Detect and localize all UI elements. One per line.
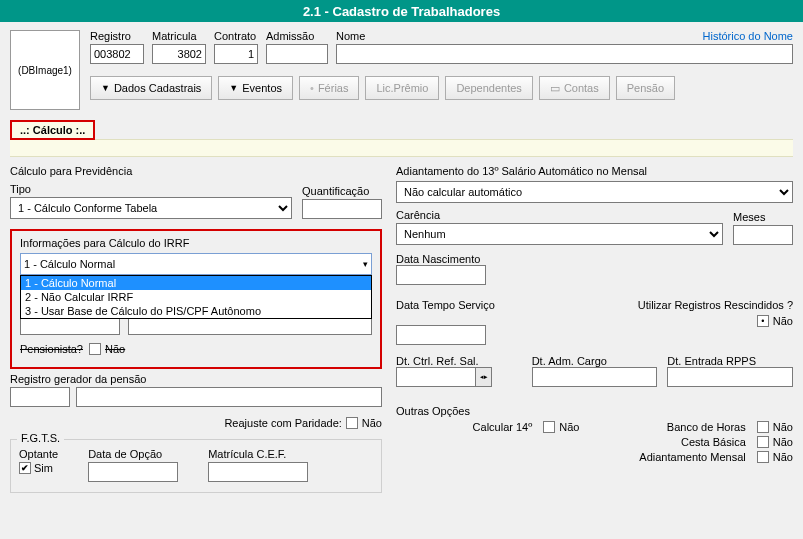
cesta-basica-label: Cesta Básica [681, 436, 746, 448]
optante-checkbox[interactable]: ✔ [19, 462, 31, 474]
ferias-button[interactable]: •Férias [299, 76, 359, 100]
tipo-select[interactable]: 1 - Cálculo Conforme Tabela [10, 197, 292, 219]
dependentes-button[interactable]: Dependentes [445, 76, 532, 100]
util-reg-checkbox[interactable]: • [757, 315, 769, 327]
data-nascimento-label: Data Nascimento [396, 253, 480, 265]
matricula-input[interactable] [152, 44, 206, 64]
quantificacao-label: Quantificação [302, 185, 382, 197]
carencia-label: Carência [396, 209, 723, 221]
pensionista-checkbox[interactable] [89, 343, 101, 355]
adiant-mensal-checkbox[interactable] [757, 451, 769, 463]
calc14-checkbox[interactable] [543, 421, 555, 433]
banco-horas-label: Banco de Horas [667, 421, 746, 433]
quantificacao-input[interactable] [302, 199, 382, 219]
irrf-select[interactable]: 1 - Cálculo Normal ▾ [20, 253, 372, 275]
pensionista-label: Pensionista? [20, 343, 83, 355]
tab-strip [10, 139, 793, 157]
optante-label: Optante [19, 448, 58, 460]
contas-button[interactable]: ▭Contas [539, 76, 610, 100]
data-opcao-label: Data de Opção [88, 448, 178, 460]
dt-rpps-input[interactable] [667, 367, 793, 387]
reg-pensao-desc-input[interactable] [76, 387, 382, 407]
historico-nome-link[interactable]: Histórico do Nome [703, 30, 793, 42]
calc14-label: Calcular 14º [473, 421, 533, 433]
matricula-cef-input[interactable] [208, 462, 308, 482]
outras-opcoes-label: Outras Opções [396, 405, 793, 417]
carencia-select[interactable]: Nenhum [396, 223, 723, 245]
dt-ctrl-spinner[interactable]: ◂▸ [476, 367, 492, 387]
reg-pensao-code-input[interactable] [10, 387, 70, 407]
pensao-button[interactable]: Pensão [616, 76, 675, 100]
banco-horas-checkbox[interactable] [757, 421, 769, 433]
reajuste-label: Reajuste com Paridade: [224, 417, 341, 429]
contrato-input[interactable] [214, 44, 258, 64]
registro-input[interactable] [90, 44, 144, 64]
dt-ctrl-label: Dt. Ctrl. Ref. Sal. [396, 355, 479, 367]
irrf-option-2[interactable]: 2 - Não Calcular IRRF [21, 290, 371, 304]
contrato-label: Contrato [214, 30, 258, 42]
dt-ctrl-input[interactable] [396, 367, 476, 387]
irrf-dropdown-list: 1 - Cálculo Normal 2 - Não Calcular IRRF… [20, 275, 372, 319]
registro-label: Registro [90, 30, 144, 42]
irrf-option-3[interactable]: 3 - Usar Base de Cálculo do PIS/CPF Autô… [21, 304, 371, 318]
meses-input[interactable] [733, 225, 793, 245]
tipo-label: Tipo [10, 183, 292, 195]
fgts-group: F.G.T.S. Optante ✔Sim Data de Opção Matr… [10, 439, 382, 493]
irrf-group: Informações para Cálculo do IRRF 1 - Cál… [10, 229, 382, 369]
reg-pensao-label: Registro gerador da pensão [10, 373, 146, 385]
db-image: (DBImage1) [10, 30, 80, 110]
contas-label: Contas [564, 82, 599, 94]
irrf-option-1[interactable]: 1 - Cálculo Normal [21, 276, 371, 290]
folder-icon: ▭ [550, 82, 560, 95]
cesta-basica-value: Não [773, 436, 793, 448]
meses-label: Meses [733, 211, 793, 223]
irrf-title: Informações para Cálculo do IRRF [20, 237, 372, 249]
window-title: 2.1 - Cadastro de Trabalhadores [0, 0, 803, 22]
data-tempo-servico-input[interactable] [396, 325, 486, 345]
reajuste-checkbox[interactable] [346, 417, 358, 429]
adiantamento-select[interactable]: Não calcular automático [396, 181, 793, 203]
matricula-label: Matricula [152, 30, 206, 42]
fgts-legend: F.G.T.S. [17, 432, 64, 444]
reajuste-value: Não [362, 417, 382, 429]
matricula-cef-label: Matrícula C.E.F. [208, 448, 308, 460]
adiant-mensal-value: Não [773, 451, 793, 463]
dt-adm-input[interactable] [532, 367, 658, 387]
nome-label: Nome [336, 30, 365, 42]
admissao-label: Admissão [266, 30, 328, 42]
chevron-down-icon: ▾ [363, 259, 368, 269]
adiant-mensal-label: Adiantamento Mensal [639, 451, 745, 463]
optante-value: Sim [34, 462, 53, 474]
eventos-button[interactable]: ▼Eventos [218, 76, 293, 100]
dados-cadastrais-button[interactable]: ▼Dados Cadastrais [90, 76, 212, 100]
licpremio-button[interactable]: Lic.Prêmio [365, 76, 439, 100]
irrf-selected-value: 1 - Cálculo Normal [24, 258, 115, 270]
chevron-down-icon: ▼ [101, 83, 110, 93]
tab-calculo[interactable]: ..: Cálculo :.. [10, 120, 95, 140]
chevron-down-icon: ▼ [229, 83, 238, 93]
util-reg-label: Utilizar Registros Rescindidos ? [638, 299, 793, 311]
dados-label: Dados Cadastrais [114, 82, 201, 94]
util-reg-value: Não [773, 315, 793, 327]
dt-adm-label: Dt. Adm. Cargo [532, 355, 607, 367]
nome-input[interactable] [336, 44, 793, 64]
dot-icon: • [310, 82, 314, 94]
data-opcao-input[interactable] [88, 462, 178, 482]
eventos-label: Eventos [242, 82, 282, 94]
ferias-label: Férias [318, 82, 349, 94]
data-tempo-servico-label: Data Tempo Serviço [396, 299, 495, 311]
data-nascimento-input[interactable] [396, 265, 486, 285]
calc14-value: Não [559, 421, 579, 433]
dt-rpps-label: Dt. Entrada RPPS [667, 355, 756, 367]
adiantamento-title: Adiantamento do 13º Salário Automático n… [396, 165, 793, 177]
calc-previdencia-title: Cálculo para Previdência [10, 165, 382, 177]
cesta-basica-checkbox[interactable] [757, 436, 769, 448]
pensionista-value: Não [105, 343, 125, 355]
admissao-input[interactable] [266, 44, 328, 64]
banco-horas-value: Não [773, 421, 793, 433]
